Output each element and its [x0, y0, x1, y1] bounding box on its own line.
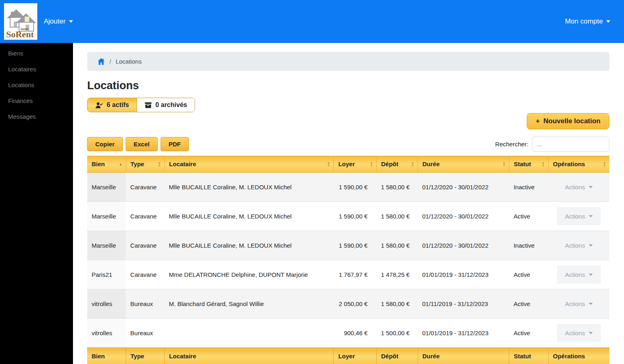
header-depot-label: Dépôt — [381, 161, 399, 167]
cell-bien: Paris21 — [87, 260, 126, 289]
header-statut-label: Statut — [514, 161, 531, 167]
status-tab-group: 6 actifs 0 archivés — [87, 98, 195, 112]
locations-table: Bien ▲ Type ▲▼ Locataire ▲▼ Loyer ▲▼ Dép… — [87, 156, 609, 364]
actions-dropdown[interactable]: Actions — [557, 207, 601, 225]
caret-down-icon — [589, 215, 593, 217]
cell-locataire: Mlle BUCAILLE Coraline, M. LEDOUX Michel — [165, 202, 334, 231]
cell-type: Caravane — [126, 173, 164, 202]
copy-button[interactable]: Copier — [87, 137, 123, 151]
header-bien-label: Bien — [92, 161, 105, 167]
cell-depot: 1 580,00 € — [377, 289, 418, 319]
cell-loyer: 1 590,00 € — [334, 231, 377, 260]
footer-locataire: Locataire — [165, 348, 334, 364]
header-locataire-label: Locataire — [169, 161, 196, 167]
sort-icon: ▲▼ — [603, 161, 606, 167]
footer-statut: Statut — [509, 348, 549, 364]
caret-down-icon — [589, 244, 593, 246]
actions-label: Actions — [565, 184, 585, 191]
top-navbar: immo SoRent Ajouter Mon compte — [0, 0, 624, 43]
cell-type: Caravane — [126, 231, 164, 260]
cell-depot: 1 580,00 € — [377, 173, 418, 202]
sort-asc-icon: ▲ — [119, 163, 122, 165]
footer-type: Type — [126, 348, 164, 364]
breadcrumb-separator: / — [109, 58, 111, 65]
cell-statut: Active — [509, 319, 549, 348]
actions-dropdown[interactable]: Actions — [557, 324, 601, 342]
tab-archives-label: 0 archivés — [155, 101, 187, 109]
cell-depot: 1 580,00 € — [377, 231, 418, 260]
header-duree-label: Durée — [422, 161, 440, 167]
ajouter-menu[interactable]: Ajouter — [44, 17, 73, 26]
mon-compte-menu[interactable]: Mon compte — [565, 17, 610, 26]
header-depot[interactable]: Dépôt ▲▼ — [377, 156, 418, 173]
caret-down-icon — [589, 186, 593, 188]
cell-bien: vitrolles — [87, 289, 126, 319]
sort-icon: ▲▼ — [327, 161, 330, 167]
caret-down-icon — [69, 20, 73, 23]
table-footer: Bien Type Locataire Loyer Dépôt Durée St… — [87, 348, 609, 364]
cell-duree: 01/01/2019 - 31/12/2023 — [418, 319, 509, 348]
footer-bien: Bien — [87, 348, 126, 364]
new-location-label: Nouvelle location — [543, 117, 600, 125]
cell-type: Caravane — [126, 202, 164, 231]
page-title: Locations — [87, 79, 609, 92]
cell-bien: Marseille — [87, 173, 126, 202]
header-type-label: Type — [131, 161, 144, 167]
sidebar-item-biens[interactable]: Biens — [0, 45, 73, 61]
excel-button[interactable]: Excel — [126, 137, 158, 151]
archive-icon — [145, 102, 152, 108]
search-input[interactable] — [532, 137, 609, 152]
table-toolbar: Copier Excel PDF Rechercher: — [87, 137, 609, 152]
breadcrumb-current: Locations — [116, 58, 142, 65]
sort-icon: ▲▼ — [411, 161, 414, 167]
header-loyer[interactable]: Loyer ▲▼ — [334, 156, 377, 173]
sort-icon: ▲▼ — [370, 161, 373, 167]
person-check-icon — [95, 102, 103, 108]
sidebar-item-finances[interactable]: Finances — [0, 93, 73, 109]
cell-bien: Marseille — [87, 231, 126, 260]
actions-dropdown[interactable]: Actions — [557, 236, 601, 255]
tab-archives[interactable]: 0 archivés — [137, 98, 195, 112]
brand-logo[interactable]: immo SoRent — [4, 3, 37, 40]
cell-type: Caravane — [126, 260, 164, 289]
plus-icon: + — [536, 117, 540, 125]
actions-label: Actions — [565, 271, 585, 278]
table-row: Marseille Caravane Mlle BUCAILLE Coralin… — [87, 202, 609, 231]
table-body: Marseille Caravane Mlle BUCAILLE Coralin… — [87, 173, 609, 348]
actions-label: Actions — [565, 330, 585, 336]
cell-type: Bureaux — [126, 319, 164, 348]
cell-depot: 1 580,00 € — [377, 202, 418, 231]
cell-duree: 01/11/2019 - 31/12/2023 — [418, 289, 509, 319]
header-statut[interactable]: Statut ▲▼ — [509, 156, 549, 173]
cell-loyer: 1 767,97 € — [334, 260, 377, 289]
cell-statut: Active — [509, 289, 549, 319]
header-operations[interactable]: Opérations ▲▼ — [548, 156, 609, 173]
sidebar-item-locataires[interactable]: Locataires — [0, 61, 73, 77]
mon-compte-label: Mon compte — [565, 17, 603, 26]
actions-dropdown[interactable]: Actions — [557, 178, 601, 196]
cell-locataire: Mlle BUCAILLE Coraline, M. LEDOUX Michel — [165, 173, 334, 202]
header-type[interactable]: Type ▲▼ — [126, 156, 164, 173]
new-location-button[interactable]: + Nouvelle location — [527, 113, 609, 129]
sidebar-item-messages[interactable]: Messages — [0, 109, 73, 124]
footer-duree: Durée — [418, 348, 509, 364]
cell-locataire: Mlle BUCAILLE Coraline, M. LEDOUX Michel — [165, 231, 334, 260]
pdf-button[interactable]: PDF — [161, 137, 189, 151]
actions-dropdown[interactable]: Actions — [557, 295, 601, 313]
footer-operations: Opérations — [548, 348, 609, 364]
actions-dropdown[interactable]: Actions — [557, 266, 601, 284]
cell-loyer: 1 590,00 € — [334, 173, 377, 202]
ajouter-label: Ajouter — [44, 17, 66, 26]
header-bien[interactable]: Bien ▲ — [87, 156, 126, 173]
tab-actifs[interactable]: 6 actifs — [88, 98, 137, 112]
home-icon[interactable] — [97, 58, 105, 65]
table-header: Bien ▲ Type ▲▼ Locataire ▲▼ Loyer ▲▼ Dép… — [87, 156, 609, 173]
svg-text:SoRent: SoRent — [6, 29, 34, 39]
sidebar-item-locations[interactable]: Locations — [0, 77, 73, 93]
header-locataire[interactable]: Locataire ▲▼ — [165, 156, 334, 173]
header-duree[interactable]: Durée ▲▼ — [418, 156, 509, 173]
cell-locataire — [165, 319, 334, 348]
cell-loyer: 1 590,00 € — [334, 202, 377, 231]
caret-down-icon — [589, 332, 593, 334]
caret-down-icon — [606, 20, 610, 23]
